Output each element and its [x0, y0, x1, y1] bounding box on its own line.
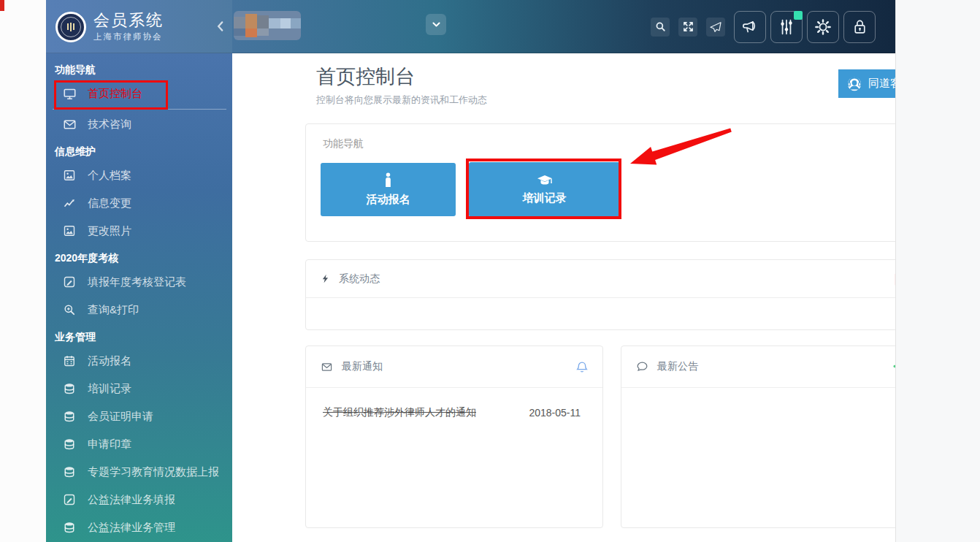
- announcement-megaphone-icon[interactable]: [892, 361, 895, 373]
- association-logo: [55, 12, 86, 42]
- headset-agent-icon: [846, 75, 863, 93]
- megaphone-icon: [741, 18, 759, 36]
- latest-announcements-card: 最新公告: [621, 346, 895, 528]
- gear-button[interactable]: [807, 11, 839, 43]
- sidebar-item-0-0[interactable]: 首页控制台: [46, 80, 232, 107]
- database-icon: [63, 522, 77, 534]
- tile-training-records[interactable]: 培训记录: [469, 162, 620, 217]
- sidebar-item-2-0[interactable]: 填报年度考核登记表: [46, 268, 232, 296]
- sidebar-item-label: 公益法律业务管理: [88, 521, 175, 535]
- notice-list-item[interactable]: 关于组织推荐涉外律师人才的通知 2018-05-11: [323, 406, 581, 419]
- grad-cap-icon: [537, 175, 553, 186]
- user-dropdown-button[interactable]: [426, 14, 446, 35]
- calendar-icon: [63, 355, 77, 367]
- sidebar-collapse-button[interactable]: [214, 20, 227, 33]
- screenshot-left-margin: [0, 0, 46, 542]
- main-content: 首页控制台 控制台将向您展示最新的资讯和工作动态 同道客服 功能导航 活动报: [278, 53, 895, 542]
- sidebar-item-3-2[interactable]: 会员证明申请: [46, 402, 232, 430]
- bar-chart-icon[interactable]: [895, 273, 895, 286]
- bell-icon[interactable]: [576, 361, 588, 373]
- chat-bubble-icon: [636, 361, 648, 373]
- chart-line-icon: [63, 197, 77, 210]
- top-bar: 会员系统 上海市律师协会: [46, 0, 895, 53]
- envelope-icon: [63, 118, 77, 131]
- page-subtitle: 控制台将向您展示最新的资讯和工作动态: [316, 93, 487, 107]
- quick-nav-card-label: 功能导航: [323, 137, 364, 150]
- sidebar-item-label: 更改照片: [88, 224, 131, 238]
- database-icon: [63, 466, 77, 478]
- chevron-down-icon: [432, 20, 441, 29]
- notification-badge: [794, 11, 803, 20]
- lock-button[interactable]: [843, 11, 876, 43]
- sidebar-item-label: 培训记录: [88, 382, 131, 396]
- gear-icon: [814, 18, 832, 36]
- sidebar-item-label: 专题学习教育情况数据上报: [88, 465, 219, 479]
- screenshot-right-margin: [895, 0, 980, 542]
- sidebar-item-3-5[interactable]: 公益法律业务填报: [46, 486, 232, 514]
- megaphone-button[interactable]: [734, 11, 766, 43]
- system-feed-card: 系统动态: [305, 259, 895, 330]
- pencil-icon: [63, 494, 77, 506]
- chevron-left-icon: [214, 20, 227, 33]
- user-name-redacted[interactable]: [234, 11, 301, 40]
- lock-icon: [851, 18, 868, 35]
- sidebar-item-3-3[interactable]: 申请印章: [46, 430, 232, 458]
- sidebar-item-label: 公益法律业务填报: [88, 493, 175, 507]
- notice-title: 关于组织推荐涉外律师人才的通知: [323, 406, 476, 419]
- tile-activity-signup[interactable]: 活动报名: [321, 163, 456, 216]
- bolt-icon: [321, 273, 330, 284]
- database-icon: [63, 438, 77, 451]
- nav-divider: [53, 109, 226, 110]
- support-service-button[interactable]: 同道客服: [838, 69, 895, 98]
- database-icon: [63, 411, 77, 423]
- sidebar-item-3-4[interactable]: 专题学习教育情况数据上报: [46, 458, 232, 486]
- search-plus-icon: [63, 304, 77, 316]
- pencil-icon: [63, 276, 77, 289]
- sidebar-item-label: 申请印章: [88, 438, 131, 451]
- sliders-icon: [778, 18, 795, 36]
- envelope-icon: [321, 362, 333, 373]
- tile-activity-label: 活动报名: [367, 193, 410, 207]
- monitor-icon: [63, 88, 77, 100]
- support-service-label: 同道客服: [868, 77, 895, 91]
- sliders-button[interactable]: [770, 11, 803, 43]
- expand-button[interactable]: [678, 18, 697, 37]
- sidebar-item-label: 查询&打印: [88, 303, 139, 317]
- sidebar-nav: 功能导航首页控制台技术咨询信息维护个人档案信息变更更改照片2020年度考核填报年…: [46, 53, 232, 542]
- person-icon: [383, 172, 394, 188]
- sidebar-item-label: 会员证明申请: [88, 410, 153, 424]
- latest-notices-label: 最新通知: [342, 360, 383, 373]
- sidebar-item-1-0[interactable]: 个人档案: [46, 161, 232, 189]
- expand-icon: [683, 21, 694, 32]
- sidebar-section-label: 业务管理: [55, 329, 232, 344]
- sidebar-item-label: 填报年度考核登记表: [88, 275, 186, 289]
- system-feed-label: 系统动态: [339, 272, 380, 286]
- sidebar-item-label: 技术咨询: [88, 118, 131, 131]
- sidebar-item-1-2[interactable]: 更改照片: [46, 217, 232, 245]
- sidebar-section-label: 2020年度考核: [55, 251, 232, 265]
- sidebar-item-1-1[interactable]: 信息变更: [46, 189, 232, 217]
- sidebar-item-label: 首页控制台: [88, 87, 142, 101]
- sidebar-item-3-1[interactable]: 培训记录: [46, 375, 232, 402]
- brand-title: 会员系统: [93, 11, 164, 30]
- paper-plane-icon: [710, 21, 721, 33]
- sidebar-item-2-1[interactable]: 查询&打印: [46, 296, 232, 324]
- brand-subtitle: 上海市律师协会: [93, 31, 164, 42]
- sidebar-item-0-1[interactable]: 技术咨询: [46, 110, 232, 138]
- sidebar-section-label: 信息维护: [55, 144, 232, 159]
- sidebar-item-3-0[interactable]: 活动报名: [46, 347, 232, 375]
- search-icon: [655, 21, 666, 32]
- paper-plane-button[interactable]: [706, 18, 725, 37]
- pixelated-mosaic: [234, 11, 301, 40]
- database-icon: [63, 383, 77, 395]
- app-window: 会员系统 上海市律师协会 功: [46, 0, 895, 542]
- search-button[interactable]: [651, 18, 670, 37]
- image-icon: [63, 169, 77, 182]
- sidebar-section-label: 功能导航: [55, 62, 232, 77]
- page-title: 首页控制台: [316, 64, 415, 90]
- sidebar-item-label: 个人档案: [88, 169, 131, 183]
- sidebar-item-3-6[interactable]: 公益法律业务管理: [46, 514, 232, 541]
- latest-announcements-label: 最新公告: [657, 360, 698, 373]
- sidebar-item-label: 活动报名: [88, 354, 131, 368]
- latest-notices-card: 最新通知 关于组织推荐涉外律师人才的通知 2018-05-11: [305, 346, 603, 528]
